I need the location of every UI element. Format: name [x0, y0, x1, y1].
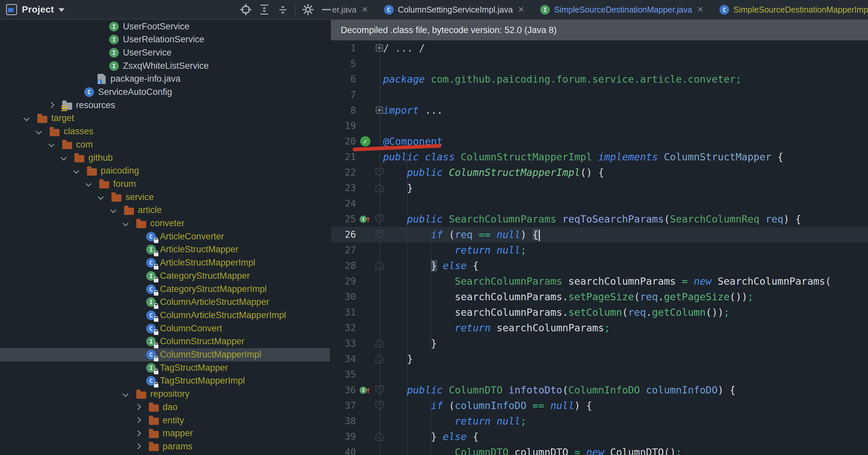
- line-number[interactable]: 28: [331, 258, 356, 273]
- locate-icon[interactable]: [238, 2, 253, 17]
- code-line-21[interactable]: 21public class ColumnStructMapperImpl im…: [331, 149, 868, 165]
- tree-item-ColumnStructMapperImpl[interactable]: CColumnStructMapperImpl: [0, 348, 330, 361]
- code-line-31[interactable]: 31 searchColumnParams.setColumn(req.getC…: [331, 304, 868, 320]
- line-number[interactable]: 27: [331, 242, 356, 258]
- tree-item-ArticleStructMapperImpl[interactable]: CArticleStructMapperImpl: [0, 256, 330, 269]
- code-line-23[interactable]: 23 }: [331, 180, 868, 196]
- line-number[interactable]: 6: [331, 71, 356, 87]
- line-number[interactable]: 30: [331, 289, 356, 304]
- code-line-38[interactable]: 38 return null;: [331, 413, 868, 429]
- tree-item-mapper[interactable]: mapper: [0, 427, 330, 440]
- tree-item-classes[interactable]: classes: [0, 125, 330, 138]
- tree-item-com[interactable]: com: [0, 138, 330, 151]
- tree-item-repository[interactable]: repository: [0, 388, 330, 401]
- chevron-down-icon[interactable]: [36, 128, 42, 134]
- tree-item-github[interactable]: github: [0, 151, 330, 164]
- tree-item-dao[interactable]: dao: [0, 400, 330, 414]
- close-icon[interactable]: ✕: [518, 5, 524, 14]
- tree-item-ColumnStructMapper[interactable]: IColumnStructMapper: [0, 335, 330, 348]
- chevron-right-icon[interactable]: [135, 430, 141, 436]
- code-line-26[interactable]: 26 if (req == null) {: [331, 227, 868, 242]
- close-icon[interactable]: ✕: [697, 5, 704, 14]
- code-line-34[interactable]: 34 }: [331, 351, 868, 367]
- tree-item-resources[interactable]: resources: [0, 99, 330, 112]
- line-number[interactable]: 20: [331, 134, 356, 149]
- line-number[interactable]: 39: [331, 429, 356, 445]
- implement-method-icon[interactable]: I↑: [356, 211, 374, 227]
- code-line-22[interactable]: 22 public ColumnStructMapperImpl() {: [331, 165, 868, 180]
- tree-item-ColumnArticleStructMapper[interactable]: IColumnArticleStructMapper: [0, 296, 330, 309]
- code-line-25[interactable]: 25I↑ public SearchColumnParams reqToSear…: [331, 211, 868, 227]
- line-number[interactable]: 38: [331, 413, 356, 429]
- line-number[interactable]: 40: [331, 445, 356, 455]
- settings-icon[interactable]: [300, 2, 316, 17]
- tree-item-article[interactable]: article: [0, 204, 330, 217]
- editor-tab-3[interactable]: ISimpleSourceDestinationMapper.java✕: [532, 0, 712, 19]
- tree-item-forum[interactable]: forum: [0, 177, 330, 191]
- chevron-down-icon[interactable]: [110, 207, 116, 213]
- panel-divider[interactable]: [330, 19, 331, 455]
- chevron-down-icon[interactable]: [98, 194, 104, 200]
- code-line-8[interactable]: 8import ...: [331, 102, 868, 118]
- code-line-39[interactable]: 39 } else {: [331, 429, 868, 445]
- line-number[interactable]: 32: [331, 320, 356, 336]
- tree-item-entity[interactable]: entity: [0, 414, 330, 427]
- code-line-28[interactable]: 28 } else {: [331, 258, 868, 273]
- chevron-right-icon[interactable]: [135, 444, 141, 449]
- code-line-5[interactable]: 5: [331, 56, 868, 71]
- tree-item-ArticleConverter[interactable]: CArticleConverter: [0, 230, 330, 243]
- code-line-1[interactable]: 1/ ... /: [331, 40, 868, 56]
- tree-item-UserRelationService[interactable]: IUserRelationService: [0, 33, 330, 46]
- line-number[interactable]: 34: [331, 351, 356, 367]
- line-number[interactable]: 37: [331, 398, 356, 413]
- code-area[interactable]: 1/ ... /56package com.github.paicoding.f…: [331, 40, 868, 455]
- chevron-right-icon[interactable]: [135, 417, 141, 423]
- expand-all-icon[interactable]: [257, 2, 272, 17]
- chevron-down-icon[interactable]: [48, 141, 54, 148]
- line-number[interactable]: 25: [331, 211, 356, 227]
- code-line-7[interactable]: 7: [331, 87, 868, 102]
- chevron-down-icon[interactable]: [24, 115, 29, 121]
- tree-item-CategoryStructMapper[interactable]: ICategoryStructMapper: [0, 269, 330, 282]
- line-number[interactable]: 5: [331, 56, 356, 71]
- code-line-29[interactable]: 29 SearchColumnParams searchColumnParams…: [331, 273, 868, 289]
- tree-item-ArticleStructMapper[interactable]: IArticleStructMapper: [0, 243, 330, 256]
- line-number[interactable]: 29: [331, 273, 356, 289]
- line-number[interactable]: 36: [331, 382, 356, 398]
- tree-item-service[interactable]: service: [0, 191, 330, 204]
- collapse-all-icon[interactable]: [275, 2, 290, 17]
- code-line-27[interactable]: 27 return null;: [331, 242, 868, 258]
- tree-item-params[interactable]: params: [0, 440, 330, 453]
- chevron-down-icon[interactable]: [122, 220, 128, 226]
- line-number[interactable]: 35: [331, 367, 356, 382]
- line-number[interactable]: 8: [331, 102, 356, 118]
- editor-tab-1[interactable]: er.java✕: [331, 0, 376, 19]
- code-line-6[interactable]: 6package com.github.paicoding.forum.serv…: [331, 71, 868, 87]
- tree-item-package-info.java[interactable]: Jpackage-info.java: [0, 72, 330, 86]
- code-line-30[interactable]: 30 searchColumnParams.setPageSize(req.ge…: [331, 289, 868, 304]
- editor-tab-4[interactable]: CSimpleSourceDestinationMapperImpl.class…: [712, 0, 868, 19]
- chevron-right-icon[interactable]: [135, 404, 141, 410]
- tree-item-paicoding[interactable]: paicoding: [0, 164, 330, 177]
- chevron-down-icon[interactable]: [85, 181, 91, 187]
- line-number[interactable]: 23: [331, 180, 356, 196]
- tree-item-TagStructMapperImpl[interactable]: CTagStructMapperImpl: [0, 374, 330, 388]
- code-line-33[interactable]: 33 }: [331, 336, 868, 351]
- tree-item-ServiceAutoConfig[interactable]: CServiceAutoConfig: [0, 86, 330, 99]
- tree-item-TagStructMapper[interactable]: ITagStructMapper: [0, 361, 330, 374]
- line-number[interactable]: 19: [331, 118, 356, 134]
- line-number[interactable]: 21: [331, 149, 356, 165]
- tree-item-ColumnArticleStructMapperImpl[interactable]: CColumnArticleStructMapperImpl: [0, 308, 330, 322]
- chevron-down-icon[interactable]: [122, 391, 128, 397]
- code-line-24[interactable]: 24: [331, 196, 868, 211]
- line-number[interactable]: 1: [331, 40, 356, 56]
- code-line-35[interactable]: 35: [331, 367, 868, 382]
- line-number[interactable]: 31: [331, 304, 356, 320]
- line-number[interactable]: 24: [331, 196, 356, 211]
- line-number[interactable]: 26: [331, 227, 356, 242]
- close-icon[interactable]: ✕: [362, 5, 368, 14]
- chevron-down-icon[interactable]: [61, 155, 66, 160]
- tree-item-UserFootService[interactable]: IUserFootService: [0, 20, 330, 33]
- code-line-37[interactable]: 37 if (columnInfoDO == null) {: [331, 398, 868, 413]
- line-number[interactable]: 7: [331, 87, 356, 102]
